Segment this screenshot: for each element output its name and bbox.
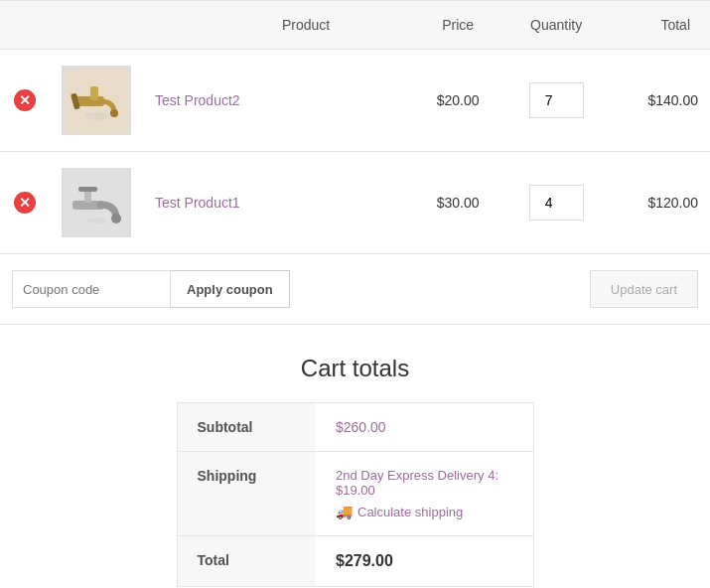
shipping-row: Shipping 2nd Day Express Delivery 4: $19… (177, 452, 533, 536)
coupon-section: Apply coupon (12, 270, 290, 308)
svg-point-3 (110, 109, 118, 117)
product-price: $30.00 (437, 195, 480, 211)
shipping-label: Shipping (177, 452, 316, 536)
table-row: ✕ (0, 152, 710, 254)
update-cart-button[interactable]: Update cart (590, 270, 698, 308)
shipping-value: 2nd Day Express Delivery 4: $19.00 (336, 468, 513, 498)
cart-table: Product Price Quantity Total ✕ (0, 0, 710, 254)
total-label: Total (177, 536, 316, 587)
product-thumbnail (62, 168, 131, 237)
quantity-input[interactable] (529, 185, 584, 220)
totals-table: Subtotal $260.00 Shipping 2nd Day Expres… (177, 402, 534, 587)
product-image (65, 69, 129, 133)
truck-icon: 🚚 (336, 504, 353, 519)
subtotal-value: $260.00 (336, 419, 386, 435)
svg-point-11 (86, 218, 106, 223)
total-row: Total $279.00 (177, 536, 533, 587)
coupon-input[interactable] (12, 270, 171, 308)
svg-point-5 (84, 112, 108, 120)
subtotal-row: Subtotal $260.00 (177, 403, 533, 452)
subtotal-label: Subtotal (177, 403, 316, 452)
quantity-input[interactable] (529, 82, 584, 118)
product-total: $120.00 (647, 195, 698, 211)
product-image (65, 171, 129, 235)
cart-totals-section: Cart totals Subtotal $260.00 Shipping 2n… (157, 355, 554, 587)
cart-actions: Apply coupon Update cart (0, 254, 710, 325)
svg-rect-2 (90, 86, 98, 100)
calculate-shipping-link[interactable]: 🚚 Calculate shipping (336, 504, 513, 519)
total-value: $279.00 (336, 552, 393, 569)
product-thumbnail (62, 66, 131, 135)
cart-totals-title: Cart totals (177, 355, 534, 382)
svg-point-8 (111, 214, 121, 223)
calculate-shipping-label: Calculate shipping (357, 505, 463, 519)
table-row: ✕ (0, 50, 710, 152)
column-header-price: Price (413, 1, 503, 50)
column-header-total: Total (610, 1, 710, 50)
product-price: $20.00 (437, 92, 480, 108)
product-name-link[interactable]: Test Product2 (155, 92, 240, 108)
product-total: $140.00 (647, 92, 698, 108)
remove-item-button[interactable]: ✕ (14, 89, 36, 111)
apply-coupon-button[interactable]: Apply coupon (171, 270, 290, 308)
product-name-link[interactable]: Test Product1 (155, 195, 240, 211)
column-header-product: Product (143, 1, 413, 50)
remove-item-button[interactable]: ✕ (14, 192, 36, 214)
svg-rect-10 (78, 187, 97, 192)
column-header-quantity: Quantity (503, 1, 610, 50)
